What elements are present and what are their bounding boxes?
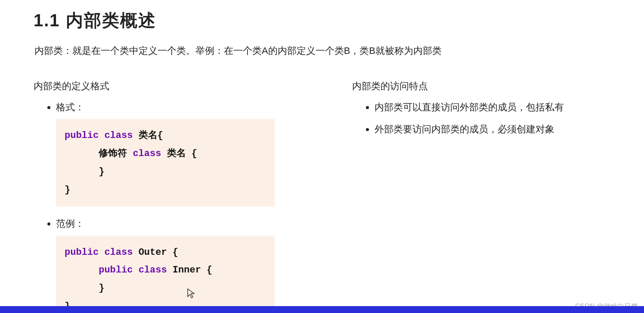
mouse-cursor-icon (187, 288, 195, 298)
right-point-1: 内部类可以直接访问外部类的成员，包括私有 (375, 100, 610, 115)
left-bullet-list: 格式： public class 类名{ 修饰符 class 类名 { } } … (34, 100, 275, 313)
intro-paragraph: 内部类：就是在一个类中定义一个类。举例：在一个类A的内部定义一个类B，类B就被称… (34, 44, 610, 57)
kw-public: public (99, 265, 133, 275)
code-text: 修饰符 (65, 148, 133, 159)
code-text: 类名 { (161, 148, 197, 159)
footer-bar (0, 306, 644, 313)
code-text: 类名{ (133, 130, 163, 141)
code-text: } (65, 166, 104, 177)
code-text (65, 265, 99, 275)
bullet-format: 格式： public class 类名{ 修饰符 class 类名 { } } (56, 100, 275, 207)
bullet-example: 范例： public class Outer { public class In… (56, 216, 275, 313)
code-text: Inner { (167, 265, 213, 275)
kw-public: public (65, 247, 99, 258)
left-subhead: 内部类的定义格式 (34, 80, 275, 93)
kw-class: class (99, 130, 133, 141)
right-subhead: 内部类的访问特点 (352, 80, 610, 93)
kw-class: class (133, 148, 161, 159)
code-text: Outer { (133, 247, 178, 258)
right-bullet-list: 内部类可以直接访问外部类的成员，包括私有 外部类要访问内部类的成员，必须创建对象 (352, 100, 610, 137)
bullet-example-label: 范例： (56, 218, 84, 229)
page-title: 1.1 内部类概述 (34, 9, 610, 32)
right-column: 内部类的访问特点 内部类可以直接访问外部类的成员，包括私有 外部类要访问内部类的… (352, 80, 610, 313)
right-point-2: 外部类要访问内部类的成员，必须创建对象 (375, 122, 610, 137)
kw-class: class (99, 247, 133, 258)
kw-public: public (65, 130, 99, 141)
code-block-example: public class Outer { public class Inner … (56, 236, 275, 313)
left-column: 内部类的定义格式 格式： public class 类名{ 修饰符 class … (34, 80, 275, 313)
code-text: } (65, 185, 70, 195)
two-column-layout: 内部类的定义格式 格式： public class 类名{ 修饰符 class … (34, 80, 610, 313)
kw-class: class (133, 265, 167, 275)
slide-content: 1.1 内部类概述 内部类：就是在一个类中定义一个类。举例：在一个类A的内部定义… (0, 0, 644, 313)
code-text: } (65, 283, 104, 294)
code-block-format: public class 类名{ 修饰符 class 类名 { } } (56, 119, 275, 207)
bullet-format-label: 格式： (56, 102, 84, 113)
